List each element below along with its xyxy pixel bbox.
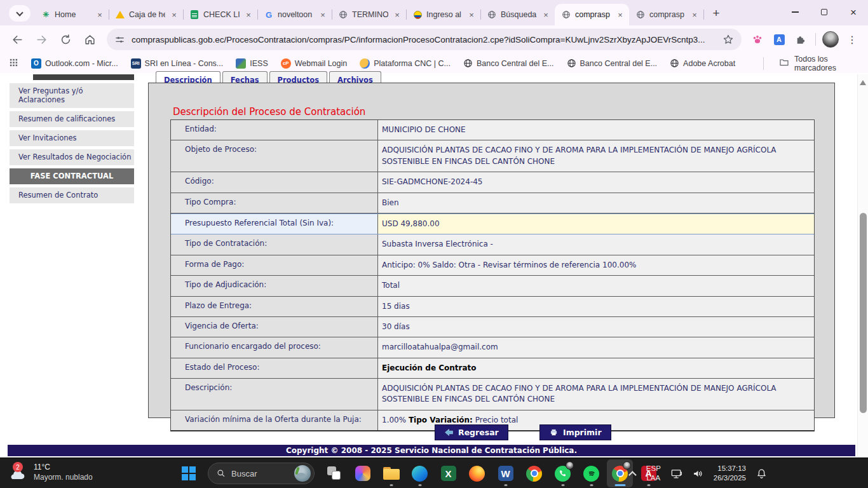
browser-tab-compraspublicas-2[interactable]: comprasp × bbox=[629, 4, 703, 25]
globe-icon bbox=[567, 58, 576, 68]
table-row-objeto: Objeto de Proceso: ADQUISICIÓN PLANTAS D… bbox=[171, 140, 814, 172]
regresar-button[interactable]: Regresar bbox=[435, 424, 508, 440]
tab-close-icon[interactable]: × bbox=[541, 10, 551, 20]
tab-close-icon[interactable]: × bbox=[95, 10, 105, 20]
page-scrollbar[interactable] bbox=[857, 74, 868, 456]
taskbar-search[interactable]: Buscar bbox=[208, 463, 315, 484]
chrome-button[interactable] bbox=[521, 459, 547, 487]
extension-paw-icon[interactable] bbox=[748, 30, 767, 49]
tab-descripcion[interactable]: Descripción bbox=[156, 71, 220, 83]
weather-widget[interactable]: 2 11°C Mayorm. nublado bbox=[8, 462, 93, 482]
printer-icon bbox=[549, 428, 559, 437]
table-row-descripcion: Descripción: ADQUISICIÓN PLANTAS DE CACA… bbox=[171, 379, 814, 410]
browser-tab-busqueda[interactable]: Búsqueda × bbox=[480, 4, 555, 25]
browser-tab-caja[interactable]: Caja de he × bbox=[109, 4, 183, 25]
chrome-icon bbox=[526, 466, 542, 482]
notification-bell-icon[interactable] bbox=[756, 468, 768, 480]
bookmark-banco-central-1[interactable]: Banco Central del E... bbox=[463, 58, 554, 68]
browser-tab-compraspublicas-active[interactable]: comprasp × bbox=[555, 4, 629, 25]
bookmark-star-icon[interactable] bbox=[722, 34, 734, 45]
task-view-button[interactable] bbox=[321, 459, 347, 487]
file-explorer-icon bbox=[383, 467, 400, 480]
process-content-box: Descripción del Proceso de Contratación … bbox=[148, 83, 835, 418]
tab-close-icon[interactable]: × bbox=[615, 10, 625, 20]
extensions-puzzle-icon[interactable] bbox=[791, 30, 810, 49]
tab-archivos[interactable]: Archivos bbox=[329, 71, 381, 83]
globe-favicon bbox=[338, 10, 348, 20]
site-info-icon[interactable] bbox=[114, 34, 125, 45]
back-button[interactable] bbox=[6, 29, 28, 50]
browser-tab-checklist[interactable]: CHECK LIS × bbox=[183, 4, 257, 25]
profile-avatar-overlay bbox=[623, 461, 631, 470]
bookmark-cnc[interactable]: Plataforma CNC | C... bbox=[360, 58, 451, 69]
volume-icon[interactable] bbox=[692, 468, 704, 480]
new-tab-button[interactable]: + bbox=[707, 4, 725, 22]
forward-button[interactable] bbox=[31, 29, 52, 50]
search-highlight-image[interactable] bbox=[294, 465, 311, 482]
profile-avatar[interactable] bbox=[821, 30, 840, 49]
apps-grid-icon[interactable] bbox=[9, 58, 18, 69]
excel-button[interactable]: X bbox=[435, 459, 461, 487]
all-bookmarks-button[interactable]: Todos los marcadores bbox=[779, 55, 859, 72]
minimize-button[interactable] bbox=[780, 0, 810, 24]
bookmark-sri[interactable]: SRISRI en Línea - Cons... bbox=[131, 58, 224, 69]
sidebar-item-ver-invitaciones[interactable]: Ver Invitaciones bbox=[10, 130, 134, 146]
bookmark-banco-central-2[interactable]: Banco Central del E... bbox=[567, 58, 658, 68]
iess-icon bbox=[236, 58, 246, 69]
language-indicator[interactable]: ESP LAA bbox=[646, 464, 661, 483]
edge-button[interactable] bbox=[407, 459, 433, 487]
scrollbar-thumb[interactable] bbox=[860, 213, 867, 413]
bookmark-webmail[interactable]: cPWebmail Login bbox=[281, 58, 347, 69]
translate-icon[interactable]: A bbox=[770, 30, 789, 49]
tab-close-icon[interactable]: × bbox=[392, 10, 402, 20]
maximize-button[interactable] bbox=[810, 0, 839, 24]
cpanel-icon: cP bbox=[281, 58, 291, 69]
browser-tab-home[interactable]: ✳ Home × bbox=[34, 4, 109, 25]
imprimir-button[interactable]: Imprimir bbox=[539, 424, 611, 440]
firefox-button[interactable] bbox=[464, 459, 490, 487]
whatsapp-button[interactable] bbox=[550, 459, 576, 487]
sidebar-item-resumen-contrato[interactable]: Resumen de Contrato bbox=[10, 187, 134, 203]
clock-widget[interactable]: 15:37:13 26/3/2025 bbox=[714, 464, 746, 483]
table-row-tipo-adjudicacion: Tipo de Adjudicación: Total bbox=[171, 276, 814, 296]
browser-tab-termino[interactable]: TERMINO × bbox=[332, 4, 406, 25]
url-text[interactable]: compraspublicas.gob.ec/ProcesoContrataci… bbox=[132, 35, 716, 44]
file-explorer-button[interactable] bbox=[378, 459, 404, 487]
copilot-button[interactable] bbox=[349, 459, 376, 487]
tab-productos[interactable]: Productos bbox=[269, 71, 327, 83]
table-row-presupuesto: Presupuesto Referencial Total (Sin Iva):… bbox=[171, 214, 814, 234]
start-button[interactable] bbox=[175, 459, 201, 487]
spotify-button[interactable] bbox=[578, 459, 604, 487]
tab-search-button[interactable] bbox=[9, 5, 31, 22]
tray-time: 15:37:13 bbox=[714, 464, 746, 473]
bookmark-iess[interactable]: IESS bbox=[236, 58, 268, 69]
bookmark-outlook[interactable]: OOutlook.com - Micr... bbox=[31, 58, 118, 69]
home-button[interactable] bbox=[79, 29, 100, 50]
excel-icon: X bbox=[441, 466, 456, 481]
sidebar-item-ver-resultados[interactable]: Ver Resultados de Negociación bbox=[10, 149, 134, 165]
close-button[interactable]: × bbox=[839, 0, 868, 24]
taskbar-center: Buscar X W A bbox=[175, 458, 661, 488]
bookmark-adobe-acrobat[interactable]: Adobe Acrobat bbox=[670, 58, 735, 68]
tab-close-icon[interactable]: × bbox=[169, 10, 179, 20]
browser-tab-noveltoon[interactable]: G noveltoon × bbox=[257, 4, 332, 25]
table-row-funcionario: Funcionario encargado del proceso: marci… bbox=[171, 337, 814, 358]
sidebar-item-resumen-calificaciones[interactable]: Resumen de calificaciones bbox=[10, 111, 134, 127]
browser-tab-ingreso[interactable]: Ingreso al × bbox=[406, 4, 480, 25]
url-bar[interactable]: compraspublicas.gob.ec/ProcesoContrataci… bbox=[107, 29, 742, 50]
tab-close-icon[interactable]: × bbox=[243, 10, 254, 20]
tab-close-icon[interactable]: × bbox=[318, 10, 328, 20]
tab-close-icon[interactable]: × bbox=[466, 10, 477, 20]
network-icon[interactable] bbox=[670, 468, 682, 480]
tab-fechas[interactable]: Fechas bbox=[222, 71, 268, 83]
tab-close-icon[interactable]: × bbox=[689, 10, 700, 20]
reload-button[interactable] bbox=[55, 29, 76, 50]
sheets-favicon bbox=[189, 10, 200, 20]
sidebar-item-ver-preguntas[interactable]: Ver Preguntas y/ó Aclaraciones bbox=[10, 83, 134, 108]
browser-menu-icon[interactable]: ⋮ bbox=[843, 30, 862, 49]
word-button[interactable]: W bbox=[492, 459, 519, 487]
globe-icon bbox=[463, 58, 473, 68]
scrollbar-up-arrow[interactable] bbox=[860, 80, 866, 85]
table-row-forma-pago: Forma de Pago: Anticipo: 0% Saldo: Otra … bbox=[171, 255, 814, 276]
contact-avatar bbox=[566, 461, 574, 470]
